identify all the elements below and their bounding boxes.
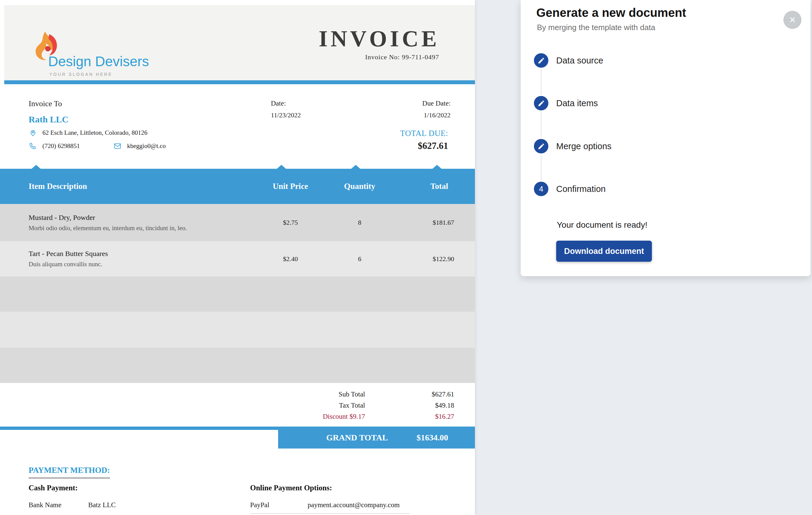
- due-date-block: Due Date: 1/16/2022: [422, 99, 451, 119]
- header-unit-price: Unit Price: [250, 182, 331, 191]
- brand-slogan: YOUR SLOGAN HERE: [49, 72, 112, 77]
- step-connector: [541, 112, 542, 138]
- online-payment-heading: Online Payment Options:: [250, 484, 332, 492]
- table-row-empty: [0, 276, 475, 312]
- items-table-header: Item Description Unit Price Quantity Tot…: [0, 169, 475, 204]
- item-unit-price: $2.40: [250, 255, 331, 263]
- step-data-items[interactable]: Data items: [534, 96, 598, 111]
- subtotal-label: Sub Total: [339, 390, 365, 398]
- grand-total-accent-strip: [0, 427, 278, 430]
- item-total: $181.67: [388, 219, 454, 226]
- discount-value: $16.27: [365, 413, 454, 421]
- edit-pencil-icon: [538, 57, 545, 64]
- location-pin-icon: [29, 129, 37, 137]
- grand-total-bar: GRAND TOTAL $1634.00: [278, 427, 475, 449]
- step-connector: [541, 155, 542, 180]
- item-description: Morbi odio odio, elementum eu, interdum …: [29, 224, 250, 232]
- panel-title: Generate a new document: [536, 6, 686, 20]
- step-label: Confirmation: [556, 184, 606, 194]
- grand-total-section: GRAND TOTAL $1634.00: [0, 427, 475, 449]
- due-date-label: Due Date:: [422, 99, 451, 108]
- client-email-group: kbeggio0@t.co: [113, 142, 166, 150]
- column-notch: [351, 165, 360, 169]
- bank-name-value: Batz LLC: [88, 501, 116, 509]
- invoice-number: Invoice No: 99-711-0497: [365, 53, 439, 61]
- step-data-source[interactable]: Data source: [534, 53, 603, 68]
- generate-document-panel: Generate a new document By merging the t…: [521, 0, 811, 276]
- column-notch: [277, 165, 286, 169]
- document-ready-message: Your document is ready!: [557, 220, 647, 230]
- total-due-value: $627.61: [400, 141, 448, 151]
- date-value: 11/23/2022: [271, 111, 301, 119]
- total-due-label: TOTAL DUE:: [400, 129, 448, 138]
- header-item-description: Item Description: [29, 182, 250, 191]
- grand-total-label: GRAND TOTAL: [326, 433, 388, 443]
- discount-line: Discount $9.17 $16.27: [0, 411, 454, 422]
- invoice-document: Design Devisers YOUR SLOGAN HERE INVOICE…: [0, 0, 475, 515]
- tax-total-label: Tax Total: [339, 402, 365, 410]
- header-quantity: Quantity: [331, 182, 388, 191]
- table-row: Mustard - Dry, Powder Morbi odio odio, e…: [0, 204, 475, 241]
- subtotal-line: Sub Total $627.61: [0, 389, 454, 400]
- client-name: Rath LLC: [29, 114, 68, 125]
- client-contact-row: (720) 6298851 kbeggio0@t.co: [29, 142, 166, 150]
- discount-label: Discount $9.17: [323, 413, 365, 421]
- close-icon: ×: [789, 14, 795, 25]
- tax-total-line: Tax Total $49.18: [0, 400, 454, 411]
- client-phone: (720) 6298851: [42, 142, 80, 150]
- step-number: 4: [539, 184, 543, 194]
- payment-method-heading: PAYMENT METHOD:: [29, 466, 110, 478]
- item-unit-price: $2.75: [250, 219, 331, 226]
- grand-total-value: $1634.00: [416, 433, 448, 443]
- phone-icon: [29, 142, 37, 150]
- step-circle: 4: [534, 182, 548, 196]
- item-name: Tart - Pecan Butter Squares: [29, 250, 250, 258]
- table-row-empty: [0, 348, 475, 383]
- date-block: Date: 11/23/2022: [271, 99, 301, 119]
- header-total: Total: [388, 182, 454, 191]
- invoice-header: Design Devisers YOUR SLOGAN HERE INVOICE…: [4, 5, 475, 80]
- cash-payment-heading: Cash Payment:: [29, 484, 78, 492]
- due-date-value: 1/16/2022: [422, 111, 451, 119]
- step-confirmation[interactable]: 4 Confirmation: [534, 182, 606, 196]
- tax-total-value: $49.18: [365, 402, 454, 410]
- download-document-button[interactable]: Download document: [556, 241, 652, 262]
- step-merge-options[interactable]: Merge options: [534, 139, 612, 153]
- bill-to-heading: Invoice To: [29, 99, 62, 108]
- item-quantity: 6: [331, 255, 388, 263]
- item-total: $122.90: [388, 255, 454, 263]
- brand-name: Design Devisers: [48, 53, 149, 69]
- invoice-title: INVOICE: [319, 26, 440, 52]
- paypal-label: PayPal: [250, 501, 269, 509]
- step-circle: [534, 139, 548, 153]
- totals-summary: Sub Total $627.61 Tax Total $49.18 Disco…: [0, 389, 475, 422]
- bank-name-label: Bank Name: [29, 501, 61, 509]
- item-description: Duis aliquam convallis nunc.: [29, 261, 250, 268]
- step-label: Data source: [556, 56, 603, 66]
- column-notch: [32, 165, 40, 169]
- table-row-empty: [0, 312, 475, 348]
- item-name: Mustard - Dry, Powder: [29, 214, 250, 222]
- edit-pencil-icon: [538, 143, 545, 150]
- total-due-block: TOTAL DUE: $627.61: [400, 129, 448, 151]
- envelope-icon: [113, 142, 122, 150]
- edit-pencil-icon: [538, 99, 545, 107]
- close-button[interactable]: ×: [783, 11, 802, 29]
- paypal-value: payment.account@company.com: [308, 501, 400, 509]
- column-notch: [433, 165, 441, 169]
- date-label: Date:: [271, 99, 301, 108]
- step-circle: [534, 53, 548, 68]
- step-label: Data items: [556, 98, 598, 108]
- client-address-row: 62 Esch Lane, Littleton, Colorado, 80126: [29, 129, 147, 137]
- download-button-label: Download document: [564, 247, 644, 256]
- item-quantity: 8: [331, 219, 388, 226]
- step-circle: [534, 96, 548, 111]
- header-accent-bar: [4, 80, 475, 84]
- table-row: Tart - Pecan Butter Squares Duis aliquam…: [0, 241, 475, 276]
- panel-subtitle: By merging the template with data: [537, 23, 655, 32]
- item-cell: Tart - Pecan Butter Squares Duis aliquam…: [29, 250, 250, 268]
- step-label: Merge options: [556, 141, 612, 151]
- client-email: kbeggio0@t.co: [127, 142, 166, 150]
- client-address: 62 Esch Lane, Littleton, Colorado, 80126: [42, 129, 147, 137]
- client-phone-group: (720) 6298851: [29, 142, 80, 150]
